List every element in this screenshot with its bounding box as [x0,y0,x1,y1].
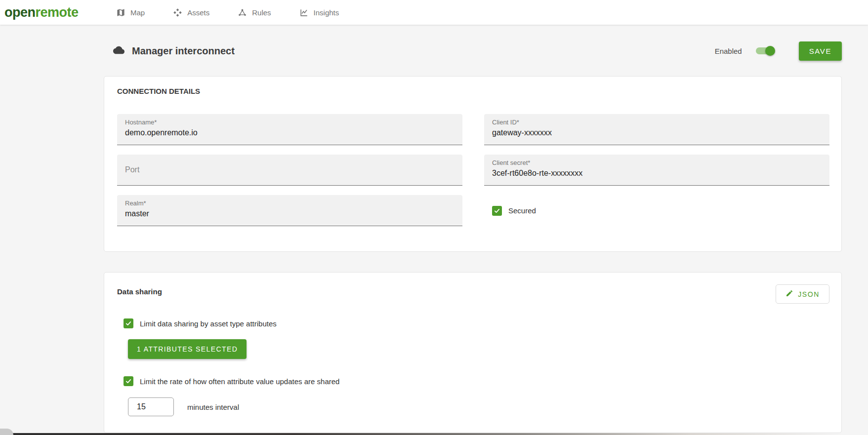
page-header: Manager interconnect Enabled SAVE [104,41,842,61]
tab-rules[interactable]: Rules [238,8,271,17]
connection-details-card: CONNECTION DETAILS Hostname* demo.openre… [104,76,842,252]
realm-label: Realm* [125,199,455,207]
tab-map-label: Map [130,8,145,17]
tab-rules-label: Rules [252,8,271,17]
checkbox-checked-icon [124,318,133,328]
rules-icon [238,8,247,17]
main-nav: Map Assets Rules Insights [116,8,339,17]
tab-insights-label: Insights [314,8,339,17]
realm-field[interactable]: Realm* master [117,195,462,226]
client-id-field[interactable]: Client ID* gateway-xxxxxxx [484,114,829,145]
secured-label: Secured [508,206,536,215]
bottom-left-corner-shape [0,429,13,435]
logo-text-open: open [4,5,36,20]
bottom-edge-bar [0,433,842,435]
connection-details-title: CONNECTION DETAILS [117,87,829,95]
openremote-logo[interactable]: openremote [4,5,116,20]
limit-rate-label: Limit the rate of how often attribute va… [140,377,339,386]
client-secret-field[interactable]: Client secret* 3cef-rt60e8o-rte-xxxxxxxx [484,155,829,186]
settings-page: Manager interconnect Enabled SAVE CONNEC… [104,25,842,433]
enabled-toggle[interactable] [755,45,775,56]
client-secret-label: Client secret* [492,159,822,166]
data-sharing-title: Data sharing [117,287,162,296]
realm-value: master [125,209,455,218]
tab-assets-label: Assets [187,8,209,17]
client-id-value: gateway-xxxxxxx [492,128,822,137]
hostname-value: demo.openremote.io [125,128,455,137]
hostname-field[interactable]: Hostname* demo.openremote.io [117,114,462,145]
insights-icon [299,8,309,17]
client-id-label: Client ID* [492,119,822,126]
limit-attributes-label: Limit data sharing by asset type attribu… [140,319,277,328]
enabled-label: Enabled [715,47,742,55]
save-button[interactable]: SAVE [799,41,842,61]
checkbox-checked-icon [492,206,502,216]
page-title: Manager interconnect [132,45,235,57]
cloud-icon [113,44,124,58]
data-sharing-card: Data sharing JSON Limit data sharing by … [104,272,842,433]
assets-icon [173,8,182,17]
interval-suffix-label: minutes interval [187,403,239,411]
limit-rate-checkbox[interactable]: Limit the rate of how often attribute va… [124,376,829,386]
toggle-knob [765,46,775,56]
secured-checkbox[interactable]: Secured [492,206,536,216]
tab-map[interactable]: Map [116,8,145,17]
pencil-icon [785,289,793,299]
checkbox-checked-icon [124,376,133,386]
top-navbar: openremote Map Assets Rules Insights [0,0,868,25]
interval-input[interactable] [128,397,174,416]
map-icon [116,8,125,17]
interval-row: minutes interval [128,397,829,416]
limit-attributes-checkbox[interactable]: Limit data sharing by asset type attribu… [124,318,829,328]
attributes-selected-button[interactable]: 1 ATTRIBUTES SELECTED [128,339,247,359]
logo-text-remote: remote [36,5,79,20]
tab-insights[interactable]: Insights [299,8,339,17]
json-button-label: JSON [798,290,820,298]
port-field[interactable]: Port [117,155,462,186]
hostname-label: Hostname* [125,119,455,126]
client-secret-value: 3cef-rt60e8o-rte-xxxxxxxx [492,169,822,178]
tab-assets[interactable]: Assets [173,8,209,17]
port-placeholder: Port [125,165,139,174]
json-button[interactable]: JSON [776,284,829,304]
